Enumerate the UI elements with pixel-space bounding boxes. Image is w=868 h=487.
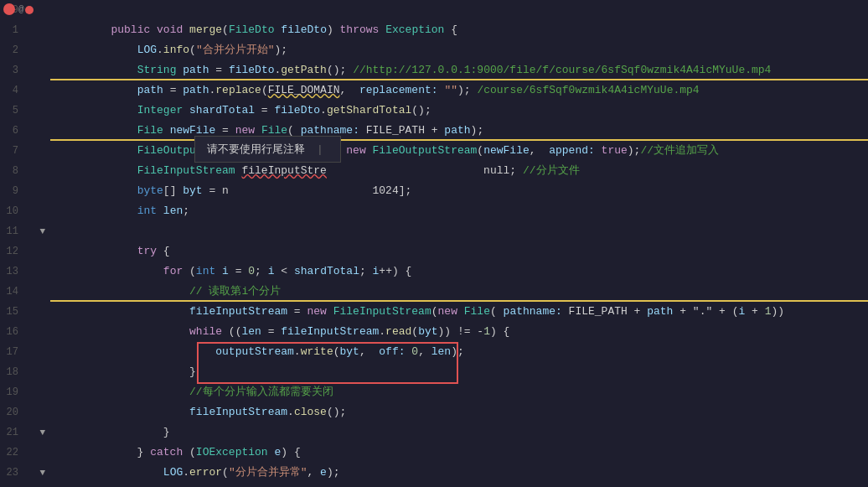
code-line-99: public void merge(FileDto fileDto) throw…: [50, 0, 868, 20]
line-number: 16: [0, 322, 23, 342]
line-row: 18: [0, 362, 50, 382]
breakpoint-icon: [23, 0, 35, 20]
line-number: 13: [0, 262, 23, 282]
line-number: 4: [0, 80, 23, 101]
line-number: 2: [0, 40, 23, 60]
code-line-8: byte[] byt = n 1024];: [50, 161, 868, 181]
fold-arrow[interactable]: ▼: [35, 427, 45, 438]
line-row: 11 ▼: [0, 221, 50, 241]
line-row: 21 ▼: [0, 422, 50, 443]
code-line-11: try {: [50, 221, 868, 241]
no-icon: [23, 181, 35, 201]
line-number: 1: [0, 20, 23, 40]
line-row: 12: [0, 241, 50, 262]
code-line-19: fileInputStream.close();: [50, 382, 868, 402]
line-row: 15: [0, 302, 50, 322]
avatar-label: @: [18, 4, 24, 14]
line-number: 15: [0, 302, 23, 322]
no-icon: [23, 322, 35, 342]
code-line-4: Integer shardTotal = fileDto.getShardTot…: [50, 80, 868, 101]
code-line-22: LOG.error("分片合并异常", e);: [50, 443, 868, 463]
no-icon: [23, 262, 35, 282]
line-number: 18: [0, 362, 23, 382]
line-row: 10: [0, 201, 50, 221]
line-row: 22: [0, 443, 50, 463]
no-icon: [23, 282, 35, 302]
line-row: 7: [0, 141, 50, 161]
line-number: 7: [0, 141, 23, 161]
no-icon: [23, 20, 35, 40]
code-line-20: }: [50, 402, 868, 422]
no-icon: [23, 60, 35, 80]
code-line-17: }: [50, 342, 868, 362]
no-icon: [23, 121, 35, 141]
code-line-12: for (int i = 0; i < shardTotal; i++) {: [50, 241, 868, 262]
code-line-14: fileInputStream = new FileInputStream(ne…: [50, 282, 868, 302]
no-icon: [23, 80, 35, 101]
line-number: 14: [0, 282, 23, 302]
no-icon: [23, 161, 35, 181]
line-number: 23: [0, 463, 23, 483]
no-icon: [23, 422, 35, 443]
code-line-2: String path = fileDto.getPath(); //http:…: [50, 40, 868, 60]
line-number: 5: [0, 101, 23, 121]
user-avatar-area: @: [3, 3, 24, 15]
code-line-9: int len;: [50, 181, 868, 201]
line-row: 8: [0, 161, 50, 181]
line-number: 10: [0, 201, 23, 221]
code-line-21: } catch (IOException e) {: [50, 422, 868, 443]
line-row: 1: [0, 20, 50, 40]
line-number: 12: [0, 241, 23, 262]
avatar-icon: [3, 3, 15, 15]
line-number: 19: [0, 382, 23, 402]
code-line-15: while ((len = fileInputStream.read(byt))…: [50, 302, 868, 322]
gutter: 99 1 2 3 4: [0, 0, 50, 487]
line-row: 17: [0, 342, 50, 362]
code-line-blank: [50, 201, 868, 221]
code-line-1: LOG.info("合并分片开始");: [50, 20, 868, 40]
code-line-18: //每个分片输入流都需要关闭: [50, 362, 868, 382]
line-number: 22: [0, 443, 23, 463]
code-line-3: path = path.replace(FILE_DOMAIN, replace…: [50, 60, 868, 80]
no-icon: [23, 40, 35, 60]
line-number: 21: [0, 422, 23, 443]
no-icon: [23, 141, 35, 161]
no-icon: [23, 402, 35, 422]
line-row: 23 ▼: [0, 463, 50, 483]
tooltip-popup: 请不要使用行尾注释 |: [194, 136, 341, 163]
line-number: 20: [0, 402, 23, 422]
line-number: 3: [0, 60, 23, 80]
no-icon: [23, 463, 35, 483]
no-icon: [23, 362, 35, 382]
line-row: 5: [0, 101, 50, 121]
line-row: 14: [0, 282, 50, 302]
code-line-13: // 读取第i个分片: [50, 262, 868, 282]
code-line-7: FileInputStream fileInputStre null; //分片…: [50, 141, 868, 161]
no-icon: [23, 201, 35, 221]
line-row: 6: [0, 121, 50, 141]
code-area: 99 1 2 3 4: [0, 0, 868, 487]
tooltip-separator: |: [317, 143, 323, 156]
line-row: 20: [0, 402, 50, 422]
no-icon: [23, 443, 35, 463]
no-icon: [23, 241, 35, 262]
line-number: 6: [0, 121, 23, 141]
line-number: 17: [0, 342, 23, 362]
code-line-5: File newFile = new File( pathname: FILE_…: [50, 101, 868, 121]
fold-arrow[interactable]: ▼: [35, 226, 45, 236]
line-row: 13: [0, 262, 50, 282]
no-icon: [23, 101, 35, 121]
no-icon: [23, 342, 35, 362]
line-number: 11: [0, 221, 23, 241]
line-row: 3: [0, 60, 50, 80]
line-number: 8: [0, 161, 23, 181]
code-content: public void merge(FileDto fileDto) throw…: [50, 0, 868, 487]
line-row: 19: [0, 382, 50, 402]
no-icon: [23, 221, 35, 241]
line-row: 16: [0, 322, 50, 342]
line-row: 9: [0, 181, 50, 201]
code-line-23: } finally {: [50, 463, 868, 483]
code-line-6: FileOutputStream outputStream = new File…: [50, 121, 868, 141]
code-editor: 99 1 2 3 4: [0, 0, 868, 487]
fold-arrow[interactable]: ▼: [35, 468, 45, 478]
